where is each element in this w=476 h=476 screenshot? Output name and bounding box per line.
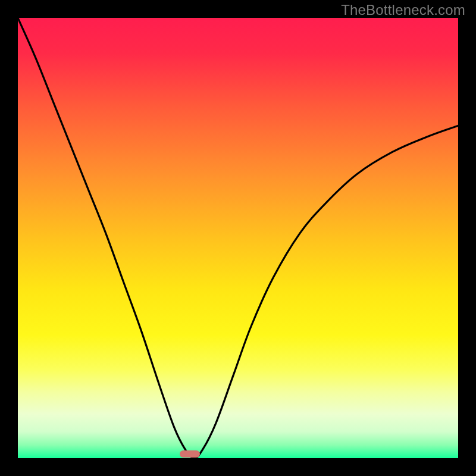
bottleneck-curve — [18, 18, 458, 458]
watermark-label: TheBottleneck.com — [341, 2, 465, 18]
chart-container: TheBottleneck.com — [0, 0, 476, 476]
plot-area — [18, 18, 458, 458]
minimum-marker — [180, 450, 200, 458]
